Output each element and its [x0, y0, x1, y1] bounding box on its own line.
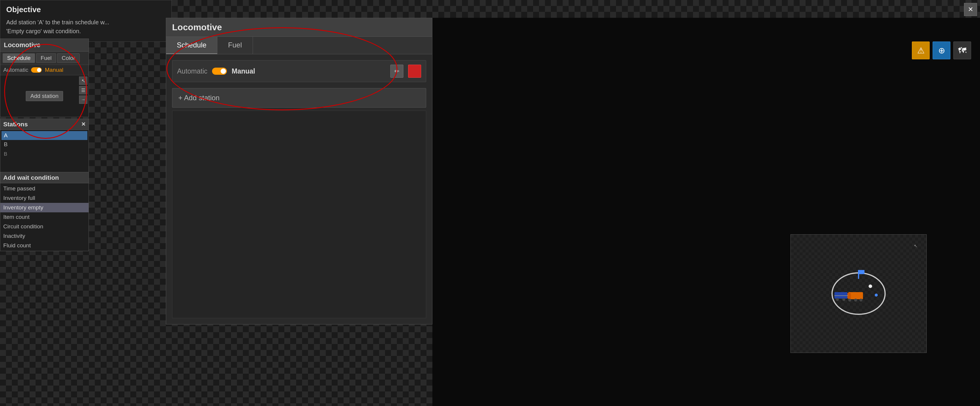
loco-tab-color[interactable]: Color [57, 53, 80, 63]
side-buttons: ↖ ☰ → [79, 77, 88, 104]
minimap-svg [791, 235, 926, 353]
stations-list: A B B [0, 130, 89, 174]
wait-inventory-full[interactable]: Inventory full [0, 193, 89, 203]
objective-panel: Objective Add station 'A' to the train s… [0, 0, 172, 42]
wait-item-count[interactable]: Item count [0, 213, 89, 222]
locomotive-mode-row: Automatic Manual [0, 65, 89, 75]
main-locomotive-title: Locomotive [166, 18, 432, 37]
wait-inventory-empty[interactable]: Inventory empty [0, 203, 89, 213]
red-delete-button[interactable] [408, 65, 421, 78]
map-icon-bar: ⚠ ⊕ 🗺 [912, 42, 971, 59]
svg-point-11 [869, 285, 872, 288]
add-station-main-button[interactable]: + Add station [172, 88, 426, 108]
svg-point-12 [875, 294, 878, 297]
locomotive-tabs: Schedule Fuel Color [0, 51, 89, 65]
svg-point-7 [836, 298, 839, 301]
automatic-label: Automatic [3, 67, 28, 73]
main-mode-toggle[interactable] [212, 68, 227, 75]
mode-toggle[interactable] [31, 67, 42, 73]
wait-condition-list: Time passed Inventory full Inventory emp… [0, 183, 89, 251]
wait-time-passed[interactable]: Time passed [0, 184, 89, 193]
schedule-controls: Automatic Manual ✏ [172, 60, 426, 82]
schedule-empty-area [172, 110, 426, 318]
wait-circuit-condition[interactable]: Circuit condition [0, 222, 89, 231]
cursor-pos-indicator: B [4, 151, 7, 157]
stations-close-icon[interactable]: ✕ [81, 121, 86, 128]
svg-point-8 [842, 298, 845, 301]
main-locomotive-panel: Locomotive Schedule Fuel Automatic Manua… [166, 18, 433, 324]
svg-point-5 [859, 299, 862, 302]
main-automatic-label: Automatic [177, 67, 207, 75]
list-button[interactable]: ☰ [79, 86, 88, 94]
loco-tab-fuel[interactable]: Fuel [36, 53, 56, 63]
alert-icon-btn[interactable]: ⚠ [912, 42, 930, 59]
main-schedule-content: Automatic Manual ✏ + Add station [166, 54, 432, 324]
svg-point-3 [848, 299, 851, 302]
arrow-button[interactable]: → [79, 96, 88, 104]
svg-rect-6 [834, 292, 847, 299]
schedule-area: Add station ↖ ☰ → [0, 75, 89, 117]
main-manual-label: Manual [232, 67, 255, 75]
stations-title: Stations [3, 121, 28, 128]
station-item-b[interactable]: B [2, 140, 88, 149]
minimap-cursor: ↖ [914, 243, 918, 248]
svg-point-4 [854, 299, 857, 302]
close-button[interactable]: ✕ [964, 3, 977, 16]
main-tab-schedule[interactable]: Schedule [166, 37, 217, 54]
minimap: ↖ [791, 234, 927, 353]
stations-panel: Stations ✕ A B B [0, 118, 89, 175]
station-item-a[interactable]: A [2, 131, 88, 140]
wait-fluid-count[interactable]: Fluid count [0, 241, 89, 250]
stations-header: Stations ✕ [0, 119, 89, 130]
minimap-inner: ↖ [791, 235, 926, 353]
manual-label: Manual [45, 67, 63, 73]
loco-tab-schedule[interactable]: Schedule [3, 53, 35, 63]
main-tab-bar: Schedule Fuel [166, 37, 432, 54]
wait-condition-panel: Add wait condition Time passed Inventory… [0, 172, 89, 251]
wait-condition-title: Add wait condition [0, 172, 89, 183]
objective-text: Add station 'A' to the train schedule w.… [6, 18, 165, 35]
bottom-left-map [0, 237, 166, 406]
locomotive-mini-panel: Locomotive Schedule Fuel Color Automatic… [0, 38, 89, 117]
locate-icon-btn[interactable]: ⊕ [932, 42, 950, 59]
locomotive-mini-title: Locomotive [0, 39, 89, 51]
cursor-button[interactable]: ↖ [79, 77, 88, 85]
main-tab-fuel[interactable]: Fuel [217, 37, 253, 54]
svg-rect-10 [859, 270, 864, 274]
objective-title: Objective [6, 5, 165, 14]
wait-inactivity[interactable]: Inactivity [0, 231, 89, 241]
pencil-button[interactable]: ✏ [390, 65, 403, 78]
map-icon-btn[interactable]: 🗺 [953, 42, 971, 59]
map-area: ⚠ ⊕ 🗺 [433, 18, 980, 406]
add-station-mini-button[interactable]: Add station [26, 91, 63, 101]
